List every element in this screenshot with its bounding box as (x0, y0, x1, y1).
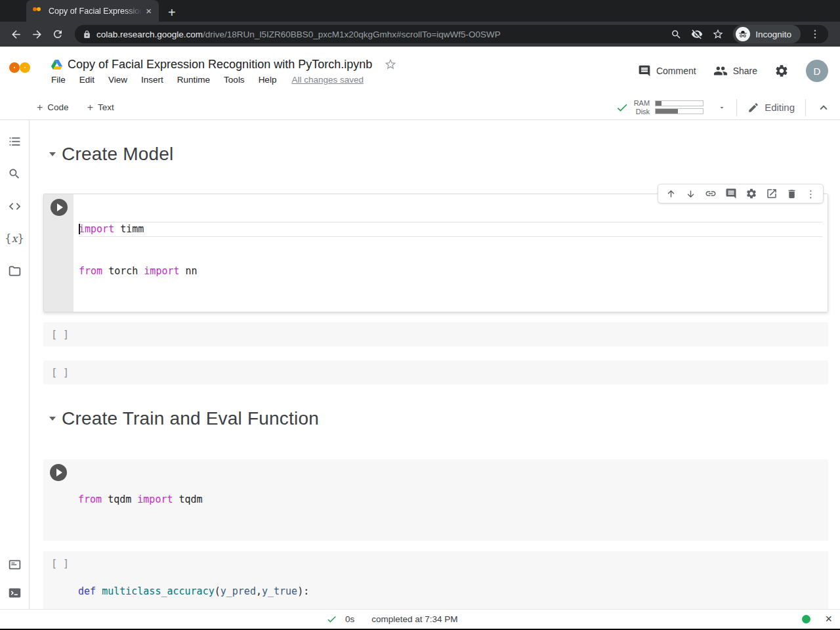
eye-off-icon[interactable] (691, 28, 703, 40)
search-icon[interactable] (8, 167, 21, 180)
notebook-toolbar: + Code + Text RAM Disk (0, 95, 840, 120)
colab-logo (8, 59, 42, 83)
code-cell-tqdm[interactable]: from tqdm import tqdm (43, 459, 828, 541)
drive-icon (51, 60, 62, 70)
colab-header: Copy of Facial Expression Recognition wi… (0, 47, 840, 95)
table-of-contents-icon[interactable] (8, 135, 22, 148)
section-collapse-icon[interactable] (49, 152, 56, 156)
incognito-badge: Incognito (733, 25, 801, 43)
browser-nav-bar: colab.research.google.com/drive/18RUn_l5… (0, 22, 840, 47)
link-icon[interactable] (705, 188, 717, 200)
section-collapse-icon[interactable] (49, 417, 56, 421)
section-create-train-eval: Create Train and Eval Function (43, 408, 828, 429)
menu-edit[interactable]: Edit (79, 75, 94, 85)
new-tab-button[interactable]: + (168, 6, 176, 19)
section-title: Create Model (62, 144, 173, 165)
section-create-model: Create Model (43, 144, 828, 165)
url-text: colab.research.google.com/drive/18RUn_l5… (96, 30, 501, 39)
footer-check-icon (326, 614, 337, 625)
editing-mode-button[interactable]: Editing (747, 102, 795, 114)
people-icon (713, 64, 728, 78)
incognito-icon (736, 27, 750, 41)
code-line: import timm (79, 222, 822, 237)
plus-icon: + (87, 102, 93, 114)
page-zoom-icon[interactable] (671, 29, 682, 40)
disk-usage-bar (655, 108, 704, 114)
cell-comment-icon[interactable] (725, 188, 737, 200)
url-bar[interactable]: colab.research.google.com/drive/18RUn_l5… (75, 25, 828, 43)
comment-icon (638, 64, 651, 77)
cell-more-icon[interactable]: ⋮ (806, 189, 816, 199)
notebook-title[interactable]: Copy of Facial Expression Recognition wi… (68, 58, 372, 72)
code-editor[interactable]: def multiclass_accuracy(y_pred,y_true): … (73, 551, 828, 609)
collapse-header-icon[interactable] (816, 100, 831, 115)
code-line: def multiclass_accuracy(y_pred,y_true): (78, 585, 823, 598)
variables-icon[interactable]: {x} (5, 232, 24, 245)
code-editor[interactable]: from tqdm import tqdm (73, 459, 828, 541)
delete-cell-icon[interactable] (786, 188, 797, 200)
execution-status-bar: 0s completed at 7:34 PM × (0, 609, 840, 629)
menu-view[interactable]: View (108, 75, 127, 85)
cell-prompt: [ ] (43, 367, 69, 379)
avatar[interactable]: D (806, 60, 828, 82)
tab-close-icon[interactable]: × (144, 5, 154, 16)
disk-label: Disk (634, 108, 650, 116)
editing-label: Editing (765, 102, 795, 113)
menu-insert[interactable]: Insert (141, 75, 163, 85)
code-cell-multiclass-accuracy[interactable]: [ ] def multiclass_accuracy(y_pred,y_tru… (43, 551, 828, 609)
empty-code-cell[interactable]: [ ] (43, 322, 828, 346)
plus-icon: + (37, 102, 43, 114)
close-status-icon[interactable]: × (825, 612, 832, 626)
status-dot (802, 615, 810, 623)
run-cell-button[interactable] (51, 199, 68, 216)
comment-label: Comment (656, 66, 696, 76)
divider (805, 99, 806, 116)
browser-tab[interactable]: Copy of Facial Expression R × (26, 0, 159, 22)
add-code-button[interactable]: + Code (37, 102, 69, 114)
menu-runtime[interactable]: Runtime (177, 75, 210, 85)
command-palette-icon[interactable] (8, 558, 22, 572)
menu-help[interactable]: Help (259, 75, 277, 85)
files-icon[interactable] (8, 264, 22, 278)
empty-code-cell[interactable]: [ ] (43, 360, 828, 385)
code-line: from tqdm import tqdm (78, 493, 823, 507)
section-title: Create Train and Eval Function (62, 408, 319, 429)
browser-menu-icon[interactable]: ⋮ (810, 31, 820, 37)
move-cell-down-icon[interactable] (685, 188, 696, 200)
add-text-button[interactable]: + Text (87, 102, 114, 114)
resources-caret-icon[interactable] (718, 104, 726, 112)
mirror-cell-icon[interactable] (766, 188, 778, 200)
share-button[interactable]: Share (713, 64, 757, 78)
menu-tools[interactable]: Tools (224, 75, 245, 85)
code-cell-imports[interactable]: ⋮ import timm from torch import nn (43, 194, 828, 312)
back-icon[interactable] (7, 25, 25, 43)
divider (736, 99, 737, 116)
comment-button[interactable]: Comment (638, 64, 696, 77)
bookmark-star-icon[interactable] (712, 28, 724, 40)
cell-prompt: [ ] (43, 329, 69, 341)
add-text-label: Text (98, 102, 114, 112)
code-line: from torch import nn (79, 264, 822, 278)
add-code-label: Code (47, 102, 68, 112)
code-editor[interactable]: import timm from torch import nn (74, 194, 828, 312)
incognito-label: Incognito (755, 30, 791, 39)
save-status[interactable]: All changes saved (291, 75, 364, 85)
terminal-icon[interactable] (8, 586, 22, 600)
star-icon[interactable] (384, 58, 397, 71)
reload-icon[interactable] (49, 25, 67, 43)
forward-icon[interactable] (28, 25, 46, 43)
settings-gear-icon[interactable] (774, 64, 789, 78)
lock-icon (83, 30, 91, 39)
code-snippets-icon[interactable] (8, 200, 22, 213)
resources-indicator[interactable]: RAM Disk (616, 99, 726, 116)
menu-bar: File Edit View Insert Runtime Tools Help… (51, 75, 638, 85)
cell-gutter (44, 194, 74, 312)
run-cell-button[interactable] (50, 464, 67, 481)
tab-title: Copy of Facial Expression R (49, 7, 144, 16)
connected-check-icon (616, 101, 629, 114)
move-cell-up-icon[interactable] (665, 188, 677, 200)
cell-settings-icon[interactable] (746, 188, 757, 200)
share-label: Share (733, 66, 757, 76)
menu-file[interactable]: File (51, 75, 66, 85)
ram-label: RAM (634, 99, 650, 108)
